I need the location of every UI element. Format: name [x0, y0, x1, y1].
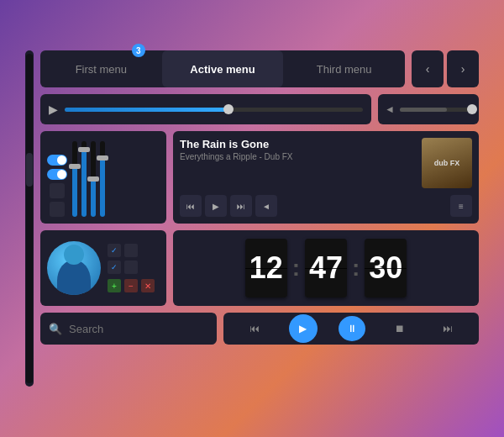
mixer-panel: [40, 131, 166, 224]
checkbox-4[interactable]: [124, 261, 138, 274]
tab-active[interactable]: Active menu: [162, 50, 284, 87]
add-button[interactable]: +: [108, 279, 121, 292]
toggle-group: [47, 151, 67, 217]
fader-thumb-3[interactable]: [87, 176, 99, 182]
toggle-1[interactable]: [47, 155, 67, 166]
media-play-button[interactable]: ▶: [289, 314, 318, 343]
small-toggle-2[interactable]: [50, 202, 65, 217]
media-pause-button[interactable]: ⏸: [339, 316, 365, 341]
album-art: dub FX: [422, 138, 472, 188]
small-toggle-1[interactable]: [50, 183, 65, 198]
track-title: The Rain is Gone: [180, 138, 293, 150]
track-subtitle: Everythings a Ripple - Dub FX: [180, 152, 293, 161]
toggle-2[interactable]: [47, 169, 67, 180]
progress-track[interactable]: [65, 108, 363, 112]
player-row: ▶ ◄: [40, 94, 479, 124]
cb-actions: + − ✕: [108, 279, 155, 292]
checkbox-group: ✓ ✓ + − ✕: [108, 244, 155, 292]
nav-prev-button[interactable]: ‹: [412, 50, 444, 87]
tab-third[interactable]: Third menu: [283, 50, 405, 87]
tab-third-label: Third menu: [317, 63, 372, 76]
search-input[interactable]: [69, 323, 210, 335]
delete-button[interactable]: ✕: [141, 279, 155, 292]
media-stop-button[interactable]: ⏹: [386, 316, 413, 341]
tab-active-label: Active menu: [190, 63, 255, 76]
small-toggle-group: [50, 183, 65, 217]
flip-clock: 12 : 47 : 30: [173, 230, 479, 306]
flip-sep-1: :: [292, 255, 300, 282]
scrollbar-track: [26, 54, 33, 383]
main-content: 3 First menu Active menu Third menu ‹ › …: [40, 50, 479, 387]
remove-button[interactable]: −: [124, 279, 138, 292]
volume-track[interactable]: [400, 108, 472, 112]
fader-fill-4: [100, 158, 105, 217]
volume-fill: [400, 108, 447, 112]
avatar-silhouette: [57, 260, 91, 295]
flip-seconds: 30: [365, 239, 407, 297]
checkbox-1[interactable]: ✓: [108, 244, 121, 257]
fader-thumb-4[interactable]: [97, 155, 108, 161]
music-player: The Rain is Gone Everythings a Ripple - …: [173, 131, 479, 224]
checkbox-row-2: ✓: [108, 261, 155, 274]
checkbox-3[interactable]: ✓: [108, 261, 121, 274]
scrollbar-thumb[interactable]: [26, 153, 33, 187]
volume-icon: ◄: [385, 103, 395, 115]
progress-fill: [65, 108, 228, 112]
avatar: [47, 241, 101, 295]
nav-arrows: ‹ ›: [412, 50, 479, 87]
tab-first-label: First menu: [76, 63, 127, 76]
avatar-panel: ✓ ✓ + − ✕: [40, 230, 166, 306]
fader-thumb-2[interactable]: [78, 147, 90, 152]
search-box: 🔍: [40, 313, 217, 345]
media-prev-button[interactable]: ⏮: [241, 316, 268, 341]
progress-bar-container: ▶: [40, 94, 371, 124]
music-info: The Rain is Gone Everythings a Ripple - …: [180, 138, 472, 188]
nav-next-button[interactable]: ›: [447, 50, 479, 87]
play-icon[interactable]: ▶: [49, 103, 58, 116]
progress-thumb[interactable]: [223, 104, 234, 114]
flip-sep-2: :: [352, 255, 360, 282]
media-controls: ⏮ ▶ ⏸ ⏹ ⏭: [223, 313, 479, 345]
fader-fill-1: [72, 166, 77, 217]
mixer-music-row: The Rain is Gone Everythings a Ripple - …: [40, 131, 479, 224]
badge: 3: [132, 44, 145, 57]
fader-fill-3: [91, 179, 96, 217]
nav-row: 3 First menu Active menu Third menu ‹ ›: [40, 50, 479, 87]
media-next-button[interactable]: ⏭: [434, 316, 461, 341]
music-rewind-button[interactable]: ⏮: [180, 195, 202, 217]
search-icon: 🔍: [49, 323, 62, 335]
fader-2[interactable]: [81, 141, 87, 217]
checkbox-2[interactable]: [124, 244, 138, 257]
fader-1[interactable]: [72, 141, 77, 217]
music-mute-button[interactable]: ◄: [255, 195, 277, 217]
search-media-row: 🔍 ⏮ ▶ ⏸ ⏹ ⏭: [40, 313, 479, 345]
flip-minutes: 47: [305, 239, 347, 297]
album-art-inner: dub FX: [422, 138, 472, 188]
music-controls: ⏮ ▶ ⏭ ◄ ≡: [180, 195, 472, 217]
nav-tabs: 3 First menu Active menu Third menu: [40, 50, 405, 87]
fader-3[interactable]: [91, 141, 96, 217]
fader-group: [72, 141, 105, 217]
fader-fill-2: [81, 150, 87, 217]
ui-panel: 3 First menu Active menu Third menu ‹ › …: [17, 42, 487, 395]
fader-4[interactable]: [100, 141, 105, 217]
bottom-row: ✓ ✓ + − ✕ 12 : 4: [40, 230, 479, 306]
volume-thumb[interactable]: [467, 104, 477, 114]
music-text: The Rain is Gone Everythings a Ripple - …: [180, 138, 293, 161]
checkbox-row-1: ✓: [108, 244, 155, 257]
fader-thumb-1[interactable]: [69, 164, 81, 169]
music-menu-button[interactable]: ≡: [450, 195, 472, 217]
volume-container: ◄: [378, 94, 479, 124]
tab-first[interactable]: 3 First menu: [40, 50, 162, 87]
music-play-button[interactable]: ▶: [205, 195, 227, 217]
vertical-scrollbar[interactable]: [25, 50, 34, 387]
flip-hours: 12: [245, 239, 287, 297]
music-forward-button[interactable]: ⏭: [230, 195, 252, 217]
